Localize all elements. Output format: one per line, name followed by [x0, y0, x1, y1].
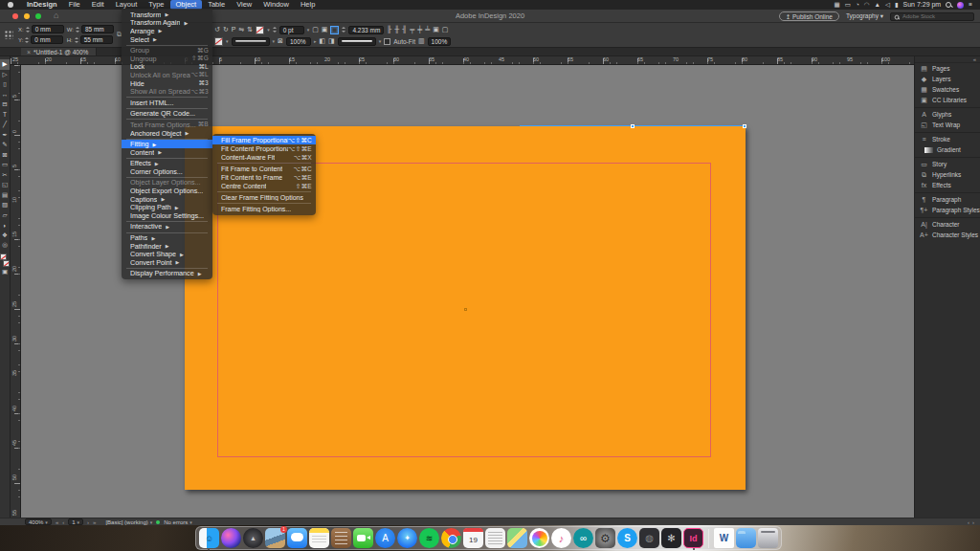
utility-dark-2[interactable]: ✻ [661, 528, 681, 548]
maps[interactable] [507, 528, 527, 548]
contacts[interactable] [331, 528, 351, 548]
utility-dark-1[interactable]: ◍ [639, 528, 659, 548]
height-field[interactable]: 55 mm [80, 35, 113, 44]
menu-bar-clock[interactable]: Sun 7:29 pm [903, 0, 942, 10]
pen-tool[interactable]: ✒ [0, 130, 10, 141]
publish-online-button[interactable]: ↥ Publish Online [779, 11, 839, 21]
colour-theme-tool[interactable]: ◗ [0, 220, 10, 231]
align-top-icon[interactable]: ╤ [410, 25, 414, 34]
wrap-bounding-icon[interactable]: ◨ [328, 36, 335, 46]
scroll-left-arrow[interactable]: ‹ [968, 519, 969, 525]
rectangle-tool[interactable]: ▭ [0, 160, 10, 170]
selection-handle-top-right[interactable] [743, 124, 746, 128]
stroke-style-dropdown[interactable]: ▾ [273, 38, 276, 44]
wifi-icon[interactable]: ◠ [864, 0, 870, 10]
menu-bar-item[interactable]: Window [257, 0, 295, 10]
free-transform-tool[interactable]: ◱ [0, 180, 10, 190]
panel-gradient[interactable]: ▩Gradient [915, 144, 980, 155]
x-stepper[interactable] [26, 25, 30, 33]
menu-item[interactable]: Pathfinder▶ [122, 242, 212, 251]
menu-item[interactable]: Image Colour Settings... [122, 211, 212, 220]
y-stepper[interactable] [25, 35, 29, 44]
menu-item[interactable]: Content▶ [122, 148, 212, 157]
zoom-level-select[interactable]: 400%▾ [25, 518, 52, 525]
menu-item[interactable]: Anchored Object▶ [122, 129, 212, 138]
menu-item[interactable]: Fitting▶ [122, 140, 212, 148]
facetime[interactable] [353, 528, 373, 548]
style-preview-dropdown[interactable]: ▾ [379, 38, 382, 44]
notification-center-icon[interactable]: ≡ [969, 0, 972, 10]
calendar[interactable]: 19 [463, 528, 483, 548]
page-number-field[interactable]: 1▾ [68, 518, 83, 525]
panel-effects[interactable]: fxEffects [915, 180, 980, 190]
menu-item[interactable]: Hide⌘3 [122, 79, 212, 88]
panel-stroke[interactable]: ≡Stroke [915, 134, 980, 144]
reference-point-proxy[interactable] [4, 30, 13, 39]
menu-item[interactable]: Interactive▶ [122, 223, 212, 231]
panel-cc-libraries[interactable]: ▣CC Libraries [915, 95, 980, 105]
gradient-swatch-tool[interactable]: ▤ [0, 190, 10, 201]
stroke-style-select[interactable] [232, 37, 270, 46]
hand-tool[interactable]: ❖ [0, 231, 10, 241]
siri[interactable] [221, 528, 241, 548]
note-tool[interactable]: ▱ [0, 210, 10, 221]
opacity-field[interactable]: 100% [286, 37, 311, 46]
stroke-weight-field[interactable]: 0 pt [279, 26, 304, 34]
rectangle-frame-tool[interactable]: ⊠ [0, 150, 10, 161]
adobe-stock-search[interactable] [890, 12, 974, 21]
menu-item[interactable]: Generate QR Code... [122, 110, 212, 119]
menu-item[interactable]: Corner Options... [122, 167, 212, 176]
textedit[interactable] [485, 528, 505, 548]
align-middle-icon[interactable]: ╪ [417, 25, 422, 34]
selection-handle-top-center[interactable] [631, 124, 635, 128]
menu-item[interactable]: Show All on Spread⌥⌘3 [122, 87, 212, 96]
apple-menu-icon[interactable] [8, 2, 13, 8]
close-tab-icon[interactable]: × [27, 49, 31, 55]
type-tool[interactable]: T [0, 110, 10, 121]
first-page-button[interactable]: « [56, 519, 58, 525]
effects-icon[interactable]: ▢ [312, 25, 319, 34]
flip-vertical-icon[interactable]: ⇅ [247, 25, 253, 34]
menu-item[interactable]: Lock⌘L [122, 63, 212, 72]
finder[interactable]: ☺ [199, 528, 219, 548]
menu-bar-item[interactable]: Help [295, 0, 321, 10]
corner-stepper[interactable] [342, 26, 345, 34]
stroke-weight-dropdown[interactable]: ▾ [307, 27, 310, 33]
battery-icon[interactable]: ▮ [895, 0, 899, 10]
notes[interactable] [309, 528, 329, 548]
panel-character[interactable]: A|Character [915, 219, 980, 230]
opacity-dropdown[interactable]: ▸ [314, 38, 317, 44]
preview[interactable]: 1 [265, 528, 285, 548]
stroke-swatch-none[interactable] [214, 37, 223, 46]
direct-selection-tool[interactable]: ▷ [0, 70, 10, 80]
downloads[interactable] [736, 528, 756, 548]
indesign[interactable]: Id [683, 528, 703, 548]
menu-item[interactable]: Content-Aware Fit⌥⌘X [212, 153, 316, 162]
menu-bar-item[interactable]: File [63, 0, 86, 10]
menu-item[interactable]: Insert HTML... [122, 99, 212, 107]
menu-item[interactable]: Display Performance▶ [122, 270, 212, 278]
scissors-tool[interactable]: ✂ [0, 170, 10, 181]
opacity-icon[interactable]: ⊠ [278, 36, 283, 46]
menu-item[interactable]: Unlock All on Spread⌥⌘L [122, 71, 212, 79]
line-tool[interactable]: ╱ [0, 120, 10, 130]
rotate-ccw-icon[interactable]: ↺ [214, 25, 220, 34]
content-collector-tool[interactable]: ⊟ [0, 99, 10, 110]
rotate-cw-icon[interactable]: ↻ [223, 25, 229, 34]
fill-stroke-swatches[interactable] [0, 253, 10, 267]
vertical-ruler[interactable]: 50510152025303540455055 [11, 65, 21, 518]
preflight-menu[interactable]: [Basic] (working)▾ [105, 519, 152, 525]
zoom-tool[interactable]: ◎ [0, 240, 10, 251]
menu-bar-item[interactable]: View [231, 0, 257, 10]
menu-item[interactable]: Paths▶ [122, 233, 212, 242]
panel-paragraph[interactable]: ¶Paragraph [915, 194, 980, 205]
collapse-panels-button[interactable]: « [915, 56, 980, 63]
toolbar-fill-none[interactable] [0, 253, 7, 260]
select-container-icon[interactable]: ▣ [433, 25, 439, 34]
prev-page-button[interactable]: ‹ [62, 519, 64, 525]
panel-glyphs[interactable]: AGlyphs [915, 109, 980, 120]
menu-item[interactable]: Centre Content⇧⌘E [212, 182, 316, 190]
menu-item[interactable]: Select▶ [122, 35, 212, 44]
rotation-angle-widget[interactable]: P [232, 25, 236, 34]
panel-hyperlinks[interactable]: ⧉Hyperlinks [915, 169, 980, 180]
